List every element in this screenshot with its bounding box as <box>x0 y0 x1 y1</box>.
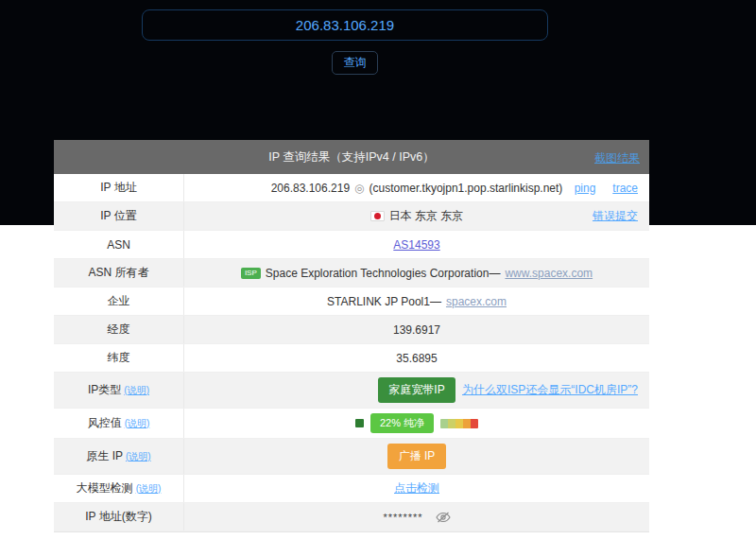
broadcast-ip-badge: 广播 IP <box>387 444 447 469</box>
dual-isp-question-link[interactable]: 为什么双ISP还会显示“IDC机房IP”? <box>462 382 638 398</box>
asn-link[interactable]: AS14593 <box>393 238 439 252</box>
row-label: IP 地址(数字) <box>54 503 184 531</box>
row-asn: ASN AS14593 <box>54 231 649 259</box>
spacex-link[interactable]: www.spacex.com <box>505 267 593 280</box>
row-label: 原生 IP <box>86 448 123 464</box>
query-button[interactable]: 查询 <box>332 51 378 75</box>
screenshot-result-link[interactable]: 截图结果 <box>594 150 640 166</box>
row-enterprise: 企业 STARLINK JP Pool1— spacex.com <box>54 287 649 316</box>
risk-meter: 22% 纯净 <box>355 413 478 433</box>
ip-address-value: 206.83.106.219 <box>271 182 350 195</box>
row-label: 风控值 <box>88 415 122 431</box>
error-submit-link[interactable]: 错误提交 <box>593 208 638 224</box>
row-ip-address: IP 地址 206.83.106.219 ◎ (customer.tkyojpn… <box>54 174 649 202</box>
row-latitude: 纬度 35.6895 <box>54 344 649 373</box>
copy-icon[interactable]: ◎ <box>354 182 364 195</box>
risk-position-marker <box>355 419 364 427</box>
home-broadband-badge: 家庭宽带IP <box>378 377 455 403</box>
llm-hint-link[interactable]: (说明) <box>136 482 162 496</box>
row-risk-value: 风控值 (说明) 22% 纯净 <box>54 409 649 439</box>
row-label: 大模型检测 <box>77 480 133 496</box>
longitude-value: 139.6917 <box>393 323 440 337</box>
row-native-ip: 原生 IP (说明) 广播 IP <box>54 439 649 475</box>
ip-location-value: 日本 东京 东京 <box>389 208 464 224</box>
row-label: IP 地址 <box>54 174 184 201</box>
row-label: IP类型 <box>88 382 121 398</box>
ip-search-input[interactable] <box>142 9 548 41</box>
row-label: 经度 <box>54 316 184 343</box>
latitude-value: 35.6895 <box>396 352 437 365</box>
isp-badge: ISP <box>241 268 261 279</box>
row-label: IP 位置 <box>54 202 184 230</box>
click-detect-link[interactable]: 点击检测 <box>394 480 439 496</box>
trace-link[interactable]: trace <box>612 182 638 195</box>
ping-link[interactable]: ping <box>575 182 596 195</box>
result-card: IP 查询结果（支持IPv4 / IPv6） 截图结果 IP 地址 206.83… <box>54 140 649 532</box>
row-ip-numeric: IP 地址(数字) ******** <box>54 503 649 531</box>
native-ip-hint-link[interactable]: (说明) <box>126 450 151 463</box>
result-title: IP 查询结果（支持IPv4 / IPv6） <box>268 149 435 165</box>
row-llm-detect: 大模型检测 (说明) 点击检测 <box>54 475 649 503</box>
risk-hint-link[interactable]: (说明) <box>125 417 150 430</box>
result-card-header: IP 查询结果（支持IPv4 / IPv6） 截图结果 <box>54 140 649 174</box>
ip-type-hint-link[interactable]: (说明) <box>124 384 149 397</box>
row-asn-owner: ASN 所有者 ISP Space Exploration Technologi… <box>54 259 649 287</box>
risk-score-pill: 22% 纯净 <box>370 413 434 433</box>
enterprise-spacex-link[interactable]: spacex.com <box>446 295 507 308</box>
row-ip-type: IP类型 (说明) 家庭宽带IP 为什么双ISP还会显示“IDC机房IP”? <box>54 373 649 409</box>
row-longitude: 经度 139.6917 <box>54 316 649 344</box>
row-label: ASN 所有者 <box>54 259 184 287</box>
ip-hostname: (customer.tkyojpn1.pop.starlinkisp.net) <box>369 182 563 195</box>
eye-slash-icon[interactable] <box>436 512 451 523</box>
asn-owner-value: Space Exploration Technologies Corporati… <box>266 267 501 280</box>
enterprise-value: STARLINK JP Pool1— <box>327 295 441 308</box>
page: 查询 IP 查询结果（支持IPv4 / IPv6） 截图结果 IP 地址 206… <box>0 0 756 540</box>
japan-flag-icon <box>370 211 385 221</box>
row-label: 纬度 <box>54 344 184 372</box>
masked-ip-numeric: ******** <box>383 512 422 523</box>
row-ip-location: IP 位置 日本 东京 东京 错误提交 <box>54 202 649 231</box>
row-label: 企业 <box>54 287 184 315</box>
risk-scale-bar <box>440 419 478 428</box>
row-label: ASN <box>54 231 184 258</box>
